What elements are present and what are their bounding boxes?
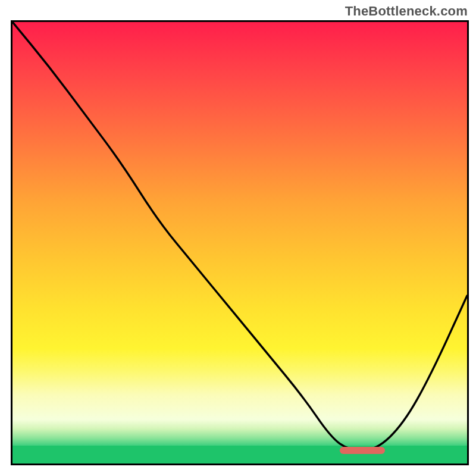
optimal-range-marker	[340, 447, 385, 454]
chart-curve-svg	[12, 22, 467, 464]
watermark-text: TheBottleneck.com	[345, 4, 468, 19]
chart-plot-area	[11, 20, 469, 465]
bottleneck-curve-path	[12, 22, 467, 450]
